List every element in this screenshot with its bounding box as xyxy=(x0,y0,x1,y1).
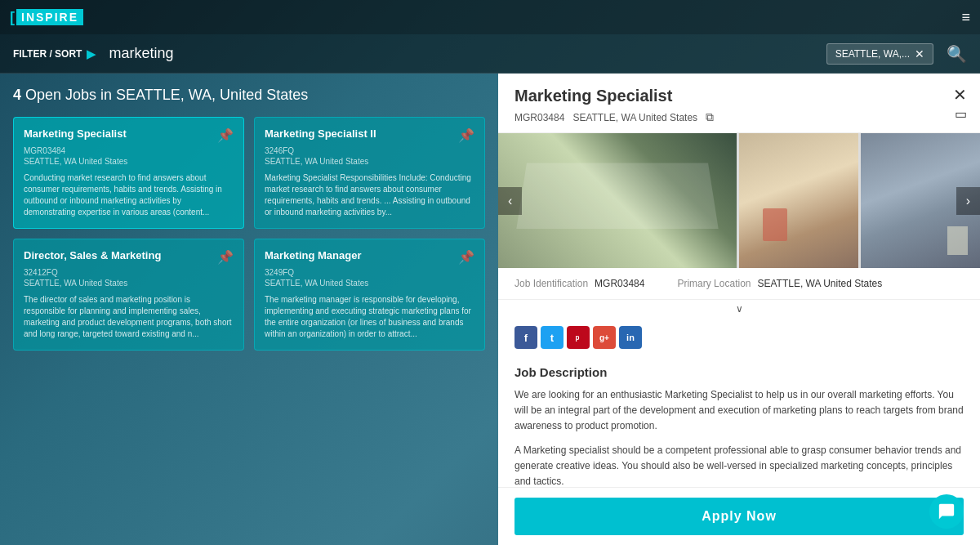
pin-icon-3: 📌 xyxy=(217,249,234,265)
job-card-header-4: Marketing Manager 📌 xyxy=(265,249,474,265)
job-card-location-3: SEATTLE, WA United States xyxy=(24,279,234,288)
job-card-id-1: MGR03484 xyxy=(24,146,234,155)
logo-text: INSPIRE xyxy=(16,9,83,25)
jobs-grid: Marketing Specialist 📌 MGR03484 SEATTLE,… xyxy=(13,117,485,351)
twitter-share-button[interactable]: t xyxy=(541,326,564,349)
job-card-location-4: SEATTLE, WA United States xyxy=(265,279,474,288)
job-card-title-4: Marketing Manager xyxy=(265,249,453,263)
primary-location-value: SEATTLE, WA United States xyxy=(757,278,882,289)
job-card-header-2: Marketing Specialist II 📌 xyxy=(265,127,474,143)
expand-arrow-icon[interactable]: ∨ xyxy=(498,300,980,318)
job-id-field: Job Identification MGR03484 xyxy=(514,278,644,289)
logo-bracket: [ xyxy=(10,9,15,26)
search-query-text: marketing xyxy=(109,45,813,62)
logo: [ INSPIRE xyxy=(10,9,83,26)
job-card-id-2: 3246FQ xyxy=(265,146,474,155)
job-card-1[interactable]: Marketing Specialist 📌 MGR03484 SEATTLE,… xyxy=(13,117,244,229)
hamburger-icon[interactable]: ≡ xyxy=(961,9,970,26)
job-card-desc-3: The director of sales and marketing posi… xyxy=(24,294,234,340)
job-description-title: Job Description xyxy=(514,365,964,379)
social-share: f t p g+ in xyxy=(498,318,980,357)
filter-arrow-icon: ▶ xyxy=(87,47,96,60)
pinterest-share-button[interactable]: p xyxy=(567,326,590,349)
apply-now-button[interactable]: Apply Now xyxy=(514,498,964,535)
primary-location-label: Primary Location xyxy=(677,278,751,289)
job-card-title-3: Director, Sales & Marketing xyxy=(24,249,212,263)
carousel-prev-button[interactable]: ‹ xyxy=(498,187,522,215)
external-link-icon[interactable]: ⧉ xyxy=(706,110,714,124)
primary-location-field: Primary Location SEATTLE, WA United Stat… xyxy=(677,278,882,289)
job-card-4[interactable]: Marketing Manager 📌 3249FQ SEATTLE, WA U… xyxy=(254,239,485,351)
job-detail-panel: Marketing Specialist MGR03484 SEATTLE, W… xyxy=(498,74,980,545)
job-card-2[interactable]: Marketing Specialist II 📌 3246FQ SEATTLE… xyxy=(254,117,485,229)
carousel-next-button[interactable]: › xyxy=(956,187,980,215)
job-id-value: MGR03484 xyxy=(595,278,644,289)
linkedin-share-button[interactable]: in xyxy=(619,326,642,349)
job-card-location-2: SEATTLE, WA United States xyxy=(265,157,474,166)
location-tag-text: SEATTLE, WA,... xyxy=(835,48,910,60)
pin-icon-4: 📌 xyxy=(458,249,474,265)
carousel-images xyxy=(498,133,980,268)
detail-job-id: MGR03484 xyxy=(514,112,564,123)
job-card-title-1: Marketing Specialist xyxy=(24,127,212,141)
job-id-label: Job Identification xyxy=(514,278,588,289)
detail-header: Marketing Specialist MGR03484 SEATTLE, W… xyxy=(498,74,980,133)
job-card-desc-1: Conducting market research to find answe… xyxy=(24,172,234,218)
svg-text:p: p xyxy=(576,334,580,342)
job-description-para-2: A Marketing specialist should be a compe… xyxy=(514,443,964,490)
search-bar: FILTER / SORT ▶ marketing SEATTLE, WA,..… xyxy=(0,34,980,74)
detail-meta: MGR03484 SEATTLE, WA United States ⧉ xyxy=(514,110,964,124)
job-card-desc-4: The marketing manager is responsible for… xyxy=(265,294,474,340)
jobs-list-panel: 4 Open Jobs in SEATTLE, WA, United State… xyxy=(0,74,498,545)
filter-sort-label: FILTER / SORT xyxy=(13,48,82,60)
search-icon[interactable]: 🔍 xyxy=(947,44,967,64)
apply-section: Apply Now xyxy=(498,487,980,545)
job-card-id-4: 3249FQ xyxy=(265,268,474,277)
minimize-button[interactable]: ▭ xyxy=(955,106,967,122)
main-content: 4 Open Jobs in SEATTLE, WA, United State… xyxy=(0,74,980,545)
image-carousel: ‹ › xyxy=(498,133,980,268)
job-description-para-1: We are looking for an enthusiastic Marke… xyxy=(514,387,964,435)
pin-icon-1: 📌 xyxy=(217,127,234,143)
chat-bubble-button[interactable] xyxy=(929,494,964,529)
location-clear-button[interactable]: ✕ xyxy=(915,47,924,60)
job-card-location-1: SEATTLE, WA United States xyxy=(24,157,234,166)
job-card-id-3: 32412FQ xyxy=(24,268,234,277)
job-card-title-2: Marketing Specialist II xyxy=(265,127,453,141)
top-navigation: [ INSPIRE ≡ xyxy=(0,0,980,34)
results-count: 4 xyxy=(13,87,21,103)
pin-icon-2: 📌 xyxy=(458,127,474,143)
job-card-3[interactable]: Director, Sales & Marketing 📌 32412FQ SE… xyxy=(13,239,244,351)
job-card-desc-2: Marketing Specialist Responsibilities In… xyxy=(265,172,474,218)
google-plus-share-button[interactable]: g+ xyxy=(593,326,616,349)
job-card-header-3: Director, Sales & Marketing 📌 xyxy=(24,249,234,265)
results-title: 4 Open Jobs in SEATTLE, WA, United State… xyxy=(13,87,485,104)
job-card-header-1: Marketing Specialist 📌 xyxy=(24,127,234,143)
filter-sort-button[interactable]: FILTER / SORT ▶ xyxy=(13,47,96,60)
detail-title: Marketing Specialist xyxy=(514,87,964,105)
facebook-share-button[interactable]: f xyxy=(514,326,537,349)
carousel-image-1 xyxy=(498,133,737,268)
close-button[interactable]: ✕ xyxy=(953,85,967,105)
location-tag[interactable]: SEATTLE, WA,... ✕ xyxy=(826,43,933,65)
detail-location: SEATTLE, WA United States xyxy=(572,112,697,123)
carousel-image-2 xyxy=(739,133,858,268)
detail-fields: Job Identification MGR03484 Primary Loca… xyxy=(498,268,980,300)
